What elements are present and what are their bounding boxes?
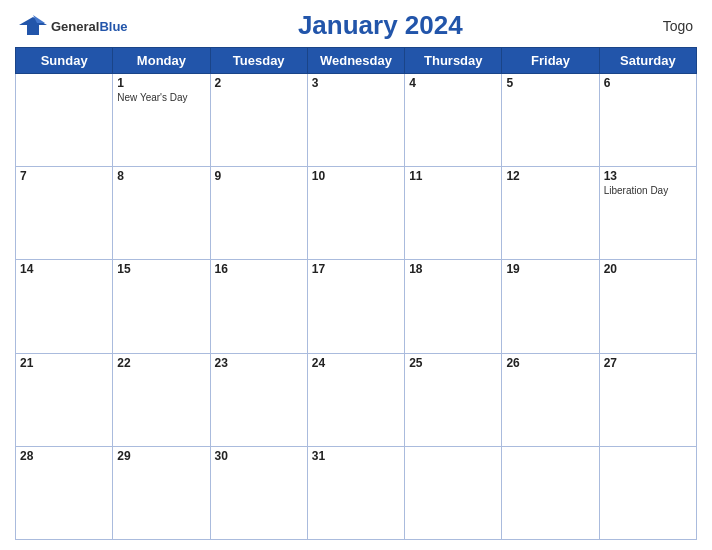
calendar-cell: 19 <box>502 260 599 353</box>
calendar-cell: 25 <box>405 353 502 446</box>
calendar-cell: 24 <box>307 353 404 446</box>
day-number: 11 <box>409 169 497 183</box>
calendar-cell: 22 <box>113 353 210 446</box>
day-number: 1 <box>117 76 205 90</box>
month-title: January 2024 <box>128 10 633 41</box>
calendar-cell <box>599 446 696 539</box>
page-header: GeneralBlue January 2024 Togo <box>15 10 697 41</box>
calendar-cell <box>16 74 113 167</box>
calendar-cell: 21 <box>16 353 113 446</box>
calendar-cell: 23 <box>210 353 307 446</box>
day-number: 24 <box>312 356 400 370</box>
calendar-cell: 12 <box>502 167 599 260</box>
calendar-table: SundayMondayTuesdayWednesdayThursdayFrid… <box>15 47 697 540</box>
day-number: 31 <box>312 449 400 463</box>
logo-text: GeneralBlue <box>51 17 128 35</box>
calendar-week-1: 1New Year's Day23456 <box>16 74 697 167</box>
day-number: 4 <box>409 76 497 90</box>
calendar-week-3: 14151617181920 <box>16 260 697 353</box>
calendar-header: SundayMondayTuesdayWednesdayThursdayFrid… <box>16 48 697 74</box>
calendar-cell: 18 <box>405 260 502 353</box>
logo-blue: Blue <box>99 19 127 34</box>
day-number: 30 <box>215 449 303 463</box>
day-number: 17 <box>312 262 400 276</box>
calendar-cell: 17 <box>307 260 404 353</box>
day-number: 20 <box>604 262 692 276</box>
calendar-cell: 30 <box>210 446 307 539</box>
weekday-header-monday: Monday <box>113 48 210 74</box>
weekday-header-saturday: Saturday <box>599 48 696 74</box>
day-number: 22 <box>117 356 205 370</box>
weekday-header-tuesday: Tuesday <box>210 48 307 74</box>
day-number: 5 <box>506 76 594 90</box>
calendar-cell: 11 <box>405 167 502 260</box>
calendar-body: 1New Year's Day2345678910111213Liberatio… <box>16 74 697 540</box>
holiday-name: Liberation Day <box>604 185 692 197</box>
calendar-cell: 9 <box>210 167 307 260</box>
day-number: 23 <box>215 356 303 370</box>
calendar-cell: 28 <box>16 446 113 539</box>
calendar-cell: 20 <box>599 260 696 353</box>
day-number: 26 <box>506 356 594 370</box>
calendar-week-2: 78910111213Liberation Day <box>16 167 697 260</box>
weekday-header-row: SundayMondayTuesdayWednesdayThursdayFrid… <box>16 48 697 74</box>
day-number: 15 <box>117 262 205 276</box>
calendar-cell: 2 <box>210 74 307 167</box>
day-number: 8 <box>117 169 205 183</box>
calendar-cell <box>502 446 599 539</box>
calendar-cell: 16 <box>210 260 307 353</box>
holiday-name: New Year's Day <box>117 92 205 104</box>
calendar-cell <box>405 446 502 539</box>
calendar-cell: 15 <box>113 260 210 353</box>
calendar-cell: 31 <box>307 446 404 539</box>
calendar-cell: 5 <box>502 74 599 167</box>
weekday-header-sunday: Sunday <box>16 48 113 74</box>
day-number: 16 <box>215 262 303 276</box>
country-label: Togo <box>633 18 693 34</box>
weekday-header-wednesday: Wednesday <box>307 48 404 74</box>
day-number: 25 <box>409 356 497 370</box>
day-number: 14 <box>20 262 108 276</box>
day-number: 19 <box>506 262 594 276</box>
logo-bird-icon <box>19 15 47 37</box>
calendar-cell: 26 <box>502 353 599 446</box>
day-number: 6 <box>604 76 692 90</box>
day-number: 9 <box>215 169 303 183</box>
calendar-cell: 27 <box>599 353 696 446</box>
logo: GeneralBlue <box>19 15 128 37</box>
day-number: 18 <box>409 262 497 276</box>
calendar-cell: 14 <box>16 260 113 353</box>
logo-general: General <box>51 19 99 34</box>
day-number: 29 <box>117 449 205 463</box>
day-number: 2 <box>215 76 303 90</box>
calendar-cell: 13Liberation Day <box>599 167 696 260</box>
calendar-cell: 6 <box>599 74 696 167</box>
calendar-cell: 29 <box>113 446 210 539</box>
calendar-cell: 4 <box>405 74 502 167</box>
svg-marker-0 <box>19 17 47 35</box>
day-number: 3 <box>312 76 400 90</box>
day-number: 7 <box>20 169 108 183</box>
day-number: 28 <box>20 449 108 463</box>
calendar-cell: 10 <box>307 167 404 260</box>
day-number: 10 <box>312 169 400 183</box>
day-number: 21 <box>20 356 108 370</box>
calendar-cell: 8 <box>113 167 210 260</box>
calendar-week-4: 21222324252627 <box>16 353 697 446</box>
weekday-header-friday: Friday <box>502 48 599 74</box>
day-number: 27 <box>604 356 692 370</box>
weekday-header-thursday: Thursday <box>405 48 502 74</box>
calendar-cell: 7 <box>16 167 113 260</box>
calendar-week-5: 28293031 <box>16 446 697 539</box>
day-number: 13 <box>604 169 692 183</box>
calendar-cell: 1New Year's Day <box>113 74 210 167</box>
calendar-cell: 3 <box>307 74 404 167</box>
day-number: 12 <box>506 169 594 183</box>
